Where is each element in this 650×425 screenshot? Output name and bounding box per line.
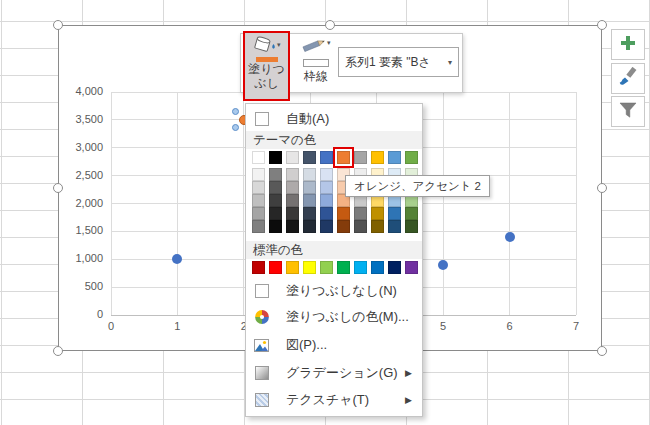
theme-variant-swatch[interactable] xyxy=(286,181,299,194)
data-point[interactable] xyxy=(505,232,515,242)
data-point[interactable] xyxy=(172,254,182,264)
theme-variant-swatch[interactable] xyxy=(320,168,333,181)
theme-variant-swatch[interactable] xyxy=(388,207,401,220)
standard-color-swatch[interactable] xyxy=(405,261,418,274)
axis-tick-label: 4,000 xyxy=(55,85,103,97)
theme-variant-swatch[interactable] xyxy=(320,194,333,207)
theme-variant-swatch[interactable] xyxy=(303,220,316,233)
theme-variant-swatch[interactable] xyxy=(252,207,265,220)
orange-accent2-annotation xyxy=(333,147,354,168)
theme-variant-swatch[interactable] xyxy=(286,207,299,220)
fill-color-button[interactable]: ▾ 塗りつ ぶし xyxy=(243,31,290,101)
theme-variant-swatch[interactable] xyxy=(405,207,418,220)
menu-item-more-fill-colors-label: 塗りつぶしの色(M)... xyxy=(286,308,409,326)
theme-variant-swatch[interactable] xyxy=(320,181,333,194)
theme-variant-swatch[interactable] xyxy=(405,220,418,233)
chart-resize-handle[interactable] xyxy=(597,346,607,356)
chart-resize-handle[interactable] xyxy=(597,183,607,193)
menu-item-no-fill[interactable]: 塗りつぶしなし(N) xyxy=(246,280,422,302)
standard-color-swatch[interactable] xyxy=(303,261,316,274)
chart-resize-handle[interactable] xyxy=(53,20,63,30)
axis-tick-label: 5 xyxy=(428,320,458,332)
standard-color-swatch[interactable] xyxy=(286,261,299,274)
chart-element-selector-value: 系列1 要素 "Bさ xyxy=(345,54,431,71)
paint-bucket-icon: ▾ xyxy=(245,36,288,56)
theme-variant-swatch[interactable] xyxy=(371,207,384,220)
theme-variant-swatch[interactable] xyxy=(320,220,333,233)
outline-color-button[interactable]: ▾ 枠線 xyxy=(294,36,338,88)
theme-variant-swatch[interactable] xyxy=(337,220,350,233)
theme-variant-swatch[interactable] xyxy=(371,220,384,233)
theme-color-swatch[interactable] xyxy=(303,151,316,164)
theme-color-swatch[interactable] xyxy=(354,151,367,164)
tooltip-text: オレンジ、アクセント 2 xyxy=(354,179,481,194)
automatic-color-swatch xyxy=(255,112,269,126)
picture-icon xyxy=(254,338,269,352)
theme-variant-swatch[interactable] xyxy=(269,168,282,181)
menu-item-more-fill-colors[interactable]: 塗りつぶしの色(M)... xyxy=(246,305,422,329)
theme-variant-swatch[interactable] xyxy=(252,168,265,181)
chart-resize-handle[interactable] xyxy=(53,346,63,356)
chart-elements-button[interactable] xyxy=(611,29,645,60)
theme-color-swatch[interactable] xyxy=(269,151,282,164)
submenu-arrow-icon: ▶ xyxy=(405,395,412,405)
fill-color-menu: 自動(A) テーマの色 標準の色 塗りつぶしなし(N) 塗りつぶしの色(M)..… xyxy=(245,103,423,417)
theme-variant-swatch[interactable] xyxy=(337,207,350,220)
menu-item-picture-label: 図(P)... xyxy=(286,336,327,354)
theme-variant-swatch[interactable] xyxy=(269,207,282,220)
chart-styles-button[interactable] xyxy=(611,63,645,94)
chart-resize-handle[interactable] xyxy=(597,20,607,30)
standard-color-swatch[interactable] xyxy=(337,261,350,274)
theme-variant-swatch[interactable] xyxy=(354,207,367,220)
chart-element-selector[interactable]: 系列1 要素 "Bさ ▾ xyxy=(338,47,459,77)
theme-variant-swatch[interactable] xyxy=(286,194,299,207)
theme-variant-swatch[interactable] xyxy=(269,194,282,207)
theme-color-swatch[interactable] xyxy=(405,151,418,164)
selection-handle[interactable] xyxy=(232,108,239,115)
theme-color-swatch[interactable] xyxy=(388,151,401,164)
theme-variant-swatch[interactable] xyxy=(286,220,299,233)
menu-item-picture[interactable]: 図(P)... xyxy=(246,333,422,357)
standard-color-swatch[interactable] xyxy=(371,261,384,274)
axis-tick-label: 0 xyxy=(96,320,126,332)
chart-resize-handle[interactable] xyxy=(325,20,335,30)
theme-variant-swatch[interactable] xyxy=(269,220,282,233)
standard-color-swatch[interactable] xyxy=(252,261,265,274)
chart-filters-button[interactable] xyxy=(611,96,645,127)
menu-item-texture[interactable]: テクスチャ(T) ▶ xyxy=(246,388,422,412)
axis-tick-label: 1,000 xyxy=(55,252,103,264)
selection-handle[interactable] xyxy=(232,124,239,131)
data-point[interactable] xyxy=(438,260,448,270)
theme-variant-swatch[interactable] xyxy=(269,181,282,194)
pencil-icon: ▾ xyxy=(294,36,338,58)
axis-tick-label: 2,000 xyxy=(55,197,103,209)
menu-item-gradient-label: グラデーション(G) xyxy=(286,364,398,382)
theme-variant-swatch[interactable] xyxy=(354,220,367,233)
theme-variant-swatch[interactable] xyxy=(303,181,316,194)
standard-color-swatch[interactable] xyxy=(269,261,282,274)
theme-color-swatch[interactable] xyxy=(371,151,384,164)
theme-variant-swatch[interactable] xyxy=(252,181,265,194)
standard-color-swatch[interactable] xyxy=(320,261,333,274)
menu-item-gradient[interactable]: グラデーション(G) ▶ xyxy=(246,361,422,385)
theme-variant-swatch[interactable] xyxy=(252,194,265,207)
no-fill-swatch xyxy=(255,284,269,298)
theme-variant-swatch[interactable] xyxy=(303,207,316,220)
svg-text:▾: ▾ xyxy=(277,41,281,48)
theme-variant-swatch[interactable] xyxy=(252,220,265,233)
theme-variant-swatch[interactable] xyxy=(388,220,401,233)
theme-variant-swatch[interactable] xyxy=(320,207,333,220)
theme-color-swatch[interactable] xyxy=(252,151,265,164)
menu-item-automatic[interactable]: 自動(A) xyxy=(246,108,422,130)
chevron-down-icon: ▾ xyxy=(448,58,452,67)
standard-color-swatch[interactable] xyxy=(354,261,367,274)
plus-icon xyxy=(619,34,637,56)
theme-variant-swatch[interactable] xyxy=(286,168,299,181)
axis-tick-label: 1 xyxy=(162,320,192,332)
chart-resize-handle[interactable] xyxy=(53,183,63,193)
standard-color-swatch[interactable] xyxy=(388,261,401,274)
theme-variant-swatch[interactable] xyxy=(303,194,316,207)
theme-color-swatch[interactable] xyxy=(286,151,299,164)
theme-variant-swatch[interactable] xyxy=(303,168,316,181)
theme-color-swatch[interactable] xyxy=(320,151,333,164)
